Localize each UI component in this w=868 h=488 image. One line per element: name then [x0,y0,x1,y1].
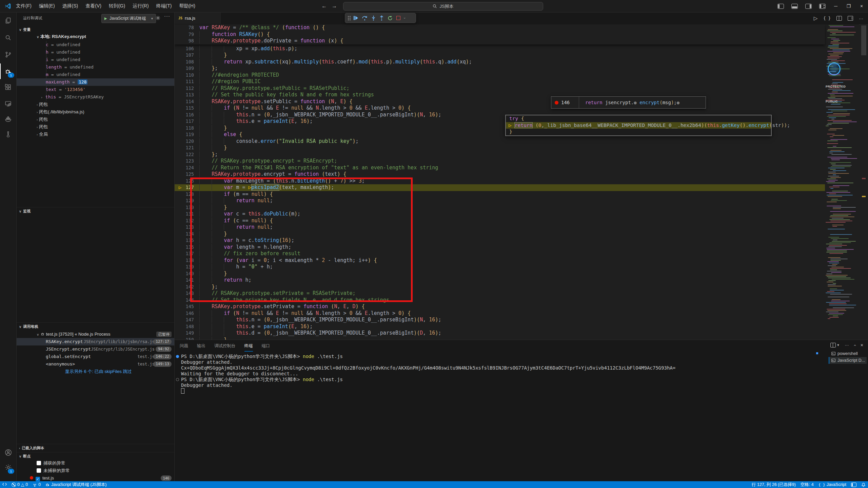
stop-icon[interactable] [396,16,400,20]
run-file-icon[interactable]: ▷ [814,15,818,21]
line-number[interactable]: 107 [174,52,194,59]
panel-tab-终端[interactable]: 终端 [244,340,253,352]
code-line[interactable]: 150 } [174,337,825,340]
step-into-icon[interactable] [371,16,376,21]
line-number[interactable]: 150 [174,337,194,340]
line-number[interactable]: 125 [174,171,194,178]
account-icon[interactable] [0,445,16,460]
start-debug-icon[interactable] [104,17,107,21]
panel-tab-输出[interactable]: 输出 [197,340,205,352]
code-line[interactable]: 129 return null; [174,198,825,204]
breakpoints-section-header[interactable]: ∨ 断点 [16,452,174,460]
line-number[interactable]: 139 [174,264,194,270]
menu-item[interactable]: 转到(G) [105,3,129,9]
stack-frame-row[interactable]: RSAKey.encryptJSEncrypt/lib/lib/jsbn/rsa… [16,338,174,345]
scope-row[interactable]: ∨ 本地: RSAKey.encrypt [16,33,174,40]
variable-row[interactable]: i = undefined [16,56,174,63]
variable-row[interactable]: c = undefined [16,41,174,49]
line-number[interactable]: 116 [174,112,194,118]
menu-item[interactable]: 查看(V) [82,3,105,9]
variable-row[interactable]: text = '123456' [16,86,174,93]
line-number[interactable]: 149 [174,330,194,337]
code-line[interactable]: 123 // RSAKey.prototype.encrypt = RSAEnc… [174,158,825,165]
menu-item[interactable]: 编辑(E) [35,3,59,9]
closure-row[interactable]: › 全局 [16,131,174,138]
breakpoint-checkbox[interactable] [37,461,41,465]
line-number[interactable]: 108 [174,59,194,65]
stack-frame-row[interactable]: JSEncrypt.encryptJSEncrypt/lib/JSEncrypt… [16,345,174,353]
docker-icon[interactable] [0,111,16,127]
code-line[interactable]: 122 }; [174,151,825,158]
panel-tab-调试控制台[interactable]: 调试控制台 [214,340,236,352]
closure-row[interactable]: › 闭包 [16,123,174,131]
breakpoint-row[interactable]: 捕获的异常 [16,459,174,467]
line-number[interactable]: 129 [174,198,194,204]
line-number[interactable]: 127 [174,184,194,191]
terminal-output[interactable]: PS D:\新桌面\VNC小杨的python学习文件夹\JS脚本> node .… [175,354,824,394]
line-number[interactable]: 141 [174,277,194,284]
loaded-scripts-section-header[interactable]: › 已载入的脚本 [16,444,174,452]
code-line[interactable]: 144 // Set the private key fields N, e, … [174,297,825,304]
live-preview-icon[interactable] [0,96,16,112]
maximize-panel-icon[interactable]: › [852,344,857,346]
source-control-icon[interactable] [0,47,16,62]
line-number[interactable]: 145 [174,303,194,310]
search-sidebar-icon[interactable] [0,30,16,45]
code-line[interactable]: 135 var h = c.toString(16); [174,237,825,244]
line-number[interactable]: 140 [174,270,194,277]
stack-frame-row[interactable]: <anonymous>test.js149:13 [16,360,174,368]
customize-layout-icon[interactable] [819,4,826,9]
editor-scrollbar[interactable] [859,24,868,340]
more-actions-icon[interactable]: ··· [845,343,849,348]
close-panel-icon[interactable]: × [861,342,863,348]
code-line[interactable]: 114 RSAKey.prototype.setPublic = functio… [174,98,825,105]
closure-row[interactable]: › 闭包 [16,101,174,108]
minimap[interactable]: PROTECTEDPUBLIC [825,24,859,340]
language-mode-status[interactable]: { } JavaScript [816,481,849,488]
line-number[interactable]: 117 [174,118,194,125]
terminal-list-item[interactable]: powershell [829,350,867,357]
code-line[interactable]: 128 if (m == null) { [174,191,825,198]
menu-item[interactable]: 文件(F) [12,3,35,9]
line-number[interactable]: 138 [174,257,194,264]
code-line[interactable]: 146 if (N != null && E != null && N.leng… [174,310,825,317]
open-changes-icon[interactable] [848,16,853,21]
command-center-search[interactable]: JS脚本 [343,2,543,11]
line-number[interactable]: 135 [174,237,194,244]
variable-row[interactable]: maxLength = 128 [16,78,174,86]
code-area[interactable]: 105 while (xp.compareTo(xq) < 0) {106 xp… [174,24,868,340]
code-line[interactable]: 133 return null; [174,224,825,231]
debug-session-row[interactable]: ∨ test.js [37520] « Node.js Process 已暂停 [16,331,174,338]
sticky-line[interactable]: 98 RSAKey.prototype.doPrivate = function… [174,38,825,44]
breakpoint-checkbox[interactable]: ✓ [36,477,40,481]
split-editor-icon[interactable] [836,16,842,21]
notifications-bell-icon[interactable] [859,481,868,488]
terminal-list-item[interactable]: JavaScript D... [829,357,867,364]
code-line[interactable]: 134 } [174,231,825,238]
toggle-panel-icon[interactable] [791,4,798,9]
code-line[interactable]: 120 console.error("Invalid RSA public ke… [174,138,825,145]
variable-row[interactable]: m = undefined [16,71,174,78]
line-number[interactable]: 136 [174,244,194,251]
debug-settings-gear-icon[interactable] [155,15,161,21]
line-number[interactable]: 123 [174,158,194,165]
code-line[interactable]: 140 } [174,270,825,277]
closure-row[interactable]: › 闭包(./lib/lib/jsbn/rsa.js) [16,108,174,116]
code-line[interactable]: 142 }; [174,284,825,290]
code-line[interactable]: 126 var maxLength = (this.n.bitLength() … [174,178,825,185]
code-line[interactable]: 110 //#endregion PROTECTED [174,72,825,79]
code-line[interactable]: 141 return h; [174,277,825,284]
line-number[interactable]: 146 [174,310,194,317]
code-line[interactable]: 109 }; [174,65,825,72]
line-number[interactable]: 132 [174,218,194,224]
layout-status-icon[interactable] [849,481,859,488]
step-out-icon[interactable] [379,16,384,21]
code-line[interactable]: 138 for (var i = 0; i < maxLength * 2 - … [174,257,825,264]
chevron-down-icon[interactable]: › [403,17,407,18]
line-number[interactable]: 115 [174,105,194,112]
variable-row[interactable]: › this = JSEncryptRSAKey [16,93,174,101]
cursor-position-status[interactable]: 行 127, 列 26 (已选择9) [749,481,798,488]
ports-status[interactable]: 0 [30,481,43,488]
sticky-line[interactable]: 78var RSAKey = /** @class */ (function (… [174,24,825,31]
line-number[interactable]: 128 [174,191,194,198]
